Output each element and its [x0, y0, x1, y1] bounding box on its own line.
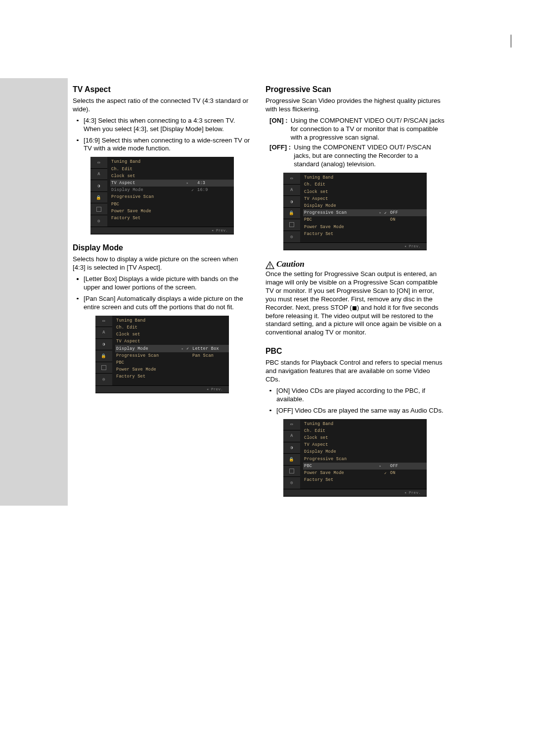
disc-icon	[101, 365, 106, 370]
tv-aspect-intro: Selects the aspect ratio of the connecte…	[73, 97, 252, 114]
disc-icon	[96, 207, 101, 212]
letter-a-icon: A	[290, 188, 293, 192]
globe-icon: ◑	[290, 199, 293, 204]
lock-icon: 🔒	[289, 457, 294, 462]
osd-item: Power Save Mode	[111, 209, 234, 214]
page-sidebar	[0, 78, 68, 506]
pscan-on-text: Using the COMPONENT VIDEO OUT/ P/SCAN ja…	[291, 117, 445, 142]
pbc-list: [ON] Video CDs are played according to t…	[266, 387, 445, 415]
display-mode-list: [Letter Box] Displays a wide picture wit…	[73, 275, 252, 312]
osd-menu-pscan: ▭ A ◑ 🔒 ◎ Tuning Band Ch. Edit Clock set…	[283, 173, 427, 250]
pscan-off-text: Using the COMPONENT VIDEO OUT/ P/SCAN ja…	[294, 143, 445, 169]
letter-a-icon: A	[97, 172, 100, 177]
lock-icon: 🔒	[289, 210, 294, 216]
disc-icon	[289, 222, 294, 227]
osd-icon-column: ▭ A ◑ 🔒 ◎	[90, 157, 107, 227]
osd-option: Pan Scan	[192, 353, 214, 358]
svg-point-1	[269, 267, 270, 268]
osd-item: Progressive Scan	[116, 353, 181, 358]
osd-item-selected: Progressive Scan	[304, 210, 379, 215]
osd-item: Tuning Band	[304, 175, 427, 180]
warning-triangle-icon	[266, 261, 274, 269]
osd-menu-tv-aspect: ▭ A ◑ 🔒 ◎ Tuning Band Ch. Edit Clock set…	[90, 157, 234, 235]
globe-icon: ◑	[97, 183, 100, 189]
osd-item: TV Aspect	[116, 339, 229, 344]
display-mode-heading: Display Mode	[73, 243, 252, 252]
osd-item: PBC	[116, 360, 229, 365]
list-item: [Letter Box] Displays a wide picture wit…	[79, 275, 252, 292]
osd-item: TV Aspect	[304, 442, 427, 447]
caution-text: Once the setting for Progressive Scan ou…	[266, 270, 445, 337]
osd-menu-pbc: ▭ A ◑ 🔒 ◎ Tuning Band Ch. Edit Clock set…	[283, 419, 427, 497]
osd-item: Ch. Edit	[304, 182, 427, 187]
letter-a-icon: A	[290, 433, 293, 438]
osd-item: Clock set	[111, 174, 234, 179]
osd-item: Ch. Edit	[304, 428, 427, 433]
pscan-intro: Progressive Scan Video provides the high…	[266, 97, 445, 114]
osd-item: Display Mode	[304, 203, 427, 208]
osd-item: Progressive Scan	[111, 194, 234, 199]
letter-a-icon: A	[102, 330, 105, 335]
osd-item: Factory Set	[304, 477, 427, 482]
dot-icon: ◎	[290, 234, 293, 239]
list-item: [4:3] Select this when connecting to a 4…	[79, 117, 252, 134]
osd-option: ON	[390, 217, 396, 222]
osd-item: Tuning Band	[304, 422, 427, 426]
osd-item: Power Save Mode	[304, 471, 379, 475]
disc-icon	[289, 469, 294, 473]
list-item: [Pan Scan] Automatically displays a wide…	[79, 295, 252, 312]
globe-icon: ◑	[102, 341, 105, 347]
lock-icon: 🔒	[101, 353, 106, 359]
osd-item: PBC	[111, 202, 234, 207]
pbc-intro: PBC stands for Playback Control and refe…	[266, 359, 445, 384]
globe-icon: ◑	[290, 445, 293, 450]
osd-item: Tuning Band	[116, 318, 229, 323]
tv-icon: ▭	[97, 160, 100, 165]
osd-item-selected: PBC	[304, 464, 379, 469]
osd-prev: ◂ Prev.	[283, 242, 427, 249]
tv-aspect-heading: TV Aspect	[73, 85, 252, 94]
tv-icon: ▭	[290, 422, 293, 427]
lock-icon: 🔒	[96, 195, 101, 200]
osd-item: Clock set	[304, 189, 427, 194]
osd-item: TV Aspect	[304, 196, 427, 201]
osd-menu-display-mode: ▭ A ◑ 🔒 ◎ Tuning Band Ch. Edit Clock set…	[95, 316, 229, 393]
right-column: Progressive Scan Progressive Scan Video …	[266, 85, 445, 506]
dot-icon: ◎	[290, 480, 293, 485]
osd-item: Clock set	[116, 332, 229, 337]
osd-item: Power Save Mode	[116, 367, 229, 372]
osd-item-selected: Display Mode	[116, 346, 181, 351]
osd-item-selected: TV Aspect	[111, 181, 186, 186]
osd-item: PBC	[304, 217, 379, 222]
pbc-heading: PBC	[266, 347, 445, 356]
osd-option: 4:3	[197, 181, 205, 186]
osd-item: Tuning Band	[111, 159, 234, 164]
osd-prev: ◂ Prev.	[90, 227, 234, 234]
list-item: [16:9] Select this when connecting to a …	[79, 137, 252, 153]
osd-item: Display Mode	[111, 188, 186, 192]
osd-item: Power Save Mode	[304, 225, 427, 230]
tv-icon: ▭	[102, 318, 105, 324]
left-column: TV Aspect Selects the aspect ratio of th…	[73, 85, 252, 506]
osd-item: Factory Set	[304, 232, 427, 236]
caution-heading: Caution	[266, 259, 445, 269]
osd-option: 16:9	[197, 188, 208, 192]
osd-prev: ◂ Prev.	[95, 385, 229, 392]
osd-item: Display Mode	[304, 449, 427, 454]
dot-icon: ◎	[97, 218, 100, 224]
osd-icon-column: ▭ A ◑ 🔒 ◎	[95, 316, 112, 385]
osd-item: Progressive Scan	[304, 457, 427, 462]
osd-option: OFF	[390, 464, 398, 469]
content-area: TV Aspect Selects the aspect ratio of th…	[73, 78, 445, 506]
osd-option: ON	[390, 471, 396, 475]
osd-option: OFF	[390, 210, 398, 215]
list-item: [ON] Video CDs are played according to t…	[271, 387, 445, 404]
crop-mark	[511, 35, 511, 47]
osd-item: Factory Set	[116, 374, 229, 379]
stop-icon	[353, 306, 356, 310]
osd-item: Ch. Edit	[111, 167, 234, 172]
pscan-heading: Progressive Scan	[266, 85, 445, 94]
display-mode-intro: Selects how to display a wide picture on…	[73, 255, 252, 272]
osd-item: Factory Set	[111, 216, 234, 221]
tv-icon: ▭	[290, 176, 293, 181]
